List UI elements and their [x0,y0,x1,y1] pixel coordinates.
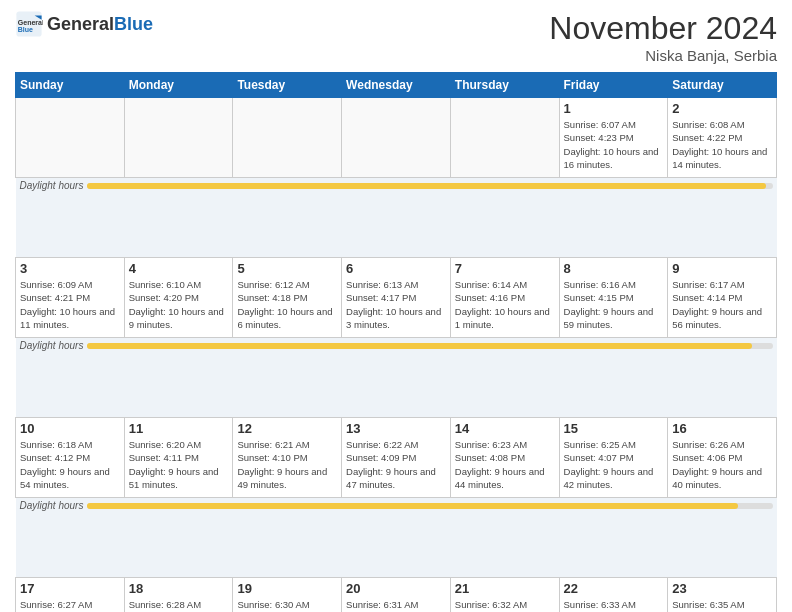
day-info: Sunrise: 6:26 AM Sunset: 4:06 PM Dayligh… [672,438,772,491]
day-number: 12 [237,421,337,436]
day-info: Sunrise: 6:33 AM Sunset: 4:02 PM Dayligh… [564,598,664,612]
table-row [16,98,125,178]
table-row: 23Sunrise: 6:35 AM Sunset: 4:01 PM Dayli… [668,578,777,613]
table-row: 18Sunrise: 6:28 AM Sunset: 4:05 PM Dayli… [124,578,233,613]
day-number: 5 [237,261,337,276]
calendar-week-row: 3Sunrise: 6:09 AM Sunset: 4:21 PM Daylig… [16,258,777,338]
calendar-week-row: 1Sunrise: 6:07 AM Sunset: 4:23 PM Daylig… [16,98,777,178]
day-info: Sunrise: 6:22 AM Sunset: 4:09 PM Dayligh… [346,438,446,491]
table-row: 13Sunrise: 6:22 AM Sunset: 4:09 PM Dayli… [342,418,451,498]
table-row: 1Sunrise: 6:07 AM Sunset: 4:23 PM Daylig… [559,98,668,178]
daylight-bar-cell: Daylight hours [16,178,777,258]
table-row: 3Sunrise: 6:09 AM Sunset: 4:21 PM Daylig… [16,258,125,338]
day-info: Sunrise: 6:21 AM Sunset: 4:10 PM Dayligh… [237,438,337,491]
daylight-label: Daylight hours [20,180,84,191]
day-info: Sunrise: 6:10 AM Sunset: 4:20 PM Dayligh… [129,278,229,331]
day-info: Sunrise: 6:14 AM Sunset: 4:16 PM Dayligh… [455,278,555,331]
day-number: 8 [564,261,664,276]
col-monday: Monday [124,73,233,98]
day-info: Sunrise: 6:18 AM Sunset: 4:12 PM Dayligh… [20,438,120,491]
logo-blue: Blue [114,14,153,34]
daylight-bar-track [87,503,772,509]
col-saturday: Saturday [668,73,777,98]
calendar-header-row: Sunday Monday Tuesday Wednesday Thursday… [16,73,777,98]
svg-text:Blue: Blue [18,26,33,33]
day-number: 1 [564,101,664,116]
day-info: Sunrise: 6:27 AM Sunset: 4:06 PM Dayligh… [20,598,120,612]
daylight-label: Daylight hours [20,500,84,511]
day-info: Sunrise: 6:25 AM Sunset: 4:07 PM Dayligh… [564,438,664,491]
day-info: Sunrise: 6:08 AM Sunset: 4:22 PM Dayligh… [672,118,772,171]
table-row [124,98,233,178]
table-row: 9Sunrise: 6:17 AM Sunset: 4:14 PM Daylig… [668,258,777,338]
col-tuesday: Tuesday [233,73,342,98]
daylight-bar-fill [87,183,765,189]
day-number: 16 [672,421,772,436]
day-number: 10 [20,421,120,436]
daylight-bar-fill [87,503,738,509]
daylight-bar-row: Daylight hours [16,178,777,258]
table-row [342,98,451,178]
daylight-bar-track [87,343,772,349]
day-number: 19 [237,581,337,596]
col-wednesday: Wednesday [342,73,451,98]
table-row: 6Sunrise: 6:13 AM Sunset: 4:17 PM Daylig… [342,258,451,338]
day-info: Sunrise: 6:23 AM Sunset: 4:08 PM Dayligh… [455,438,555,491]
daylight-bar-row: Daylight hours [16,498,777,578]
day-number: 23 [672,581,772,596]
day-number: 13 [346,421,446,436]
day-info: Sunrise: 6:32 AM Sunset: 4:02 PM Dayligh… [455,598,555,612]
day-number: 4 [129,261,229,276]
table-row [450,98,559,178]
subtitle: Niska Banja, Serbia [549,47,777,64]
main-container: General Blue GeneralBlue November 2024 N… [0,0,792,612]
logo: General Blue GeneralBlue [15,10,153,38]
day-number: 15 [564,421,664,436]
daylight-bar-track [87,183,772,189]
logo-icon: General Blue [15,10,43,38]
day-info: Sunrise: 6:09 AM Sunset: 4:21 PM Dayligh… [20,278,120,331]
table-row: 4Sunrise: 6:10 AM Sunset: 4:20 PM Daylig… [124,258,233,338]
col-thursday: Thursday [450,73,559,98]
table-row: 8Sunrise: 6:16 AM Sunset: 4:15 PM Daylig… [559,258,668,338]
day-number: 11 [129,421,229,436]
title-block: November 2024 Niska Banja, Serbia [549,10,777,64]
day-number: 9 [672,261,772,276]
day-number: 22 [564,581,664,596]
table-row: 2Sunrise: 6:08 AM Sunset: 4:22 PM Daylig… [668,98,777,178]
calendar-week-row: 10Sunrise: 6:18 AM Sunset: 4:12 PM Dayli… [16,418,777,498]
day-info: Sunrise: 6:20 AM Sunset: 4:11 PM Dayligh… [129,438,229,491]
day-number: 21 [455,581,555,596]
table-row [233,98,342,178]
table-row: 5Sunrise: 6:12 AM Sunset: 4:18 PM Daylig… [233,258,342,338]
day-number: 14 [455,421,555,436]
table-row: 16Sunrise: 6:26 AM Sunset: 4:06 PM Dayli… [668,418,777,498]
calendar-table: Sunday Monday Tuesday Wednesday Thursday… [15,72,777,612]
table-row: 19Sunrise: 6:30 AM Sunset: 4:04 PM Dayli… [233,578,342,613]
day-info: Sunrise: 6:30 AM Sunset: 4:04 PM Dayligh… [237,598,337,612]
daylight-label: Daylight hours [20,340,84,351]
day-info: Sunrise: 6:31 AM Sunset: 4:03 PM Dayligh… [346,598,446,612]
header: General Blue GeneralBlue November 2024 N… [15,10,777,64]
day-number: 17 [20,581,120,596]
svg-text:General: General [18,19,43,26]
table-row: 14Sunrise: 6:23 AM Sunset: 4:08 PM Dayli… [450,418,559,498]
calendar-week-row: 17Sunrise: 6:27 AM Sunset: 4:06 PM Dayli… [16,578,777,613]
daylight-bar-cell: Daylight hours [16,338,777,418]
table-row: 22Sunrise: 6:33 AM Sunset: 4:02 PM Dayli… [559,578,668,613]
table-row: 17Sunrise: 6:27 AM Sunset: 4:06 PM Dayli… [16,578,125,613]
table-row: 10Sunrise: 6:18 AM Sunset: 4:12 PM Dayli… [16,418,125,498]
table-row: 11Sunrise: 6:20 AM Sunset: 4:11 PM Dayli… [124,418,233,498]
daylight-bar-cell: Daylight hours [16,498,777,578]
day-info: Sunrise: 6:07 AM Sunset: 4:23 PM Dayligh… [564,118,664,171]
table-row: 21Sunrise: 6:32 AM Sunset: 4:02 PM Dayli… [450,578,559,613]
day-info: Sunrise: 6:13 AM Sunset: 4:17 PM Dayligh… [346,278,446,331]
day-info: Sunrise: 6:17 AM Sunset: 4:14 PM Dayligh… [672,278,772,331]
day-info: Sunrise: 6:12 AM Sunset: 4:18 PM Dayligh… [237,278,337,331]
day-number: 7 [455,261,555,276]
day-number: 2 [672,101,772,116]
daylight-bar-row: Daylight hours [16,338,777,418]
table-row: 12Sunrise: 6:21 AM Sunset: 4:10 PM Dayli… [233,418,342,498]
day-number: 20 [346,581,446,596]
col-friday: Friday [559,73,668,98]
